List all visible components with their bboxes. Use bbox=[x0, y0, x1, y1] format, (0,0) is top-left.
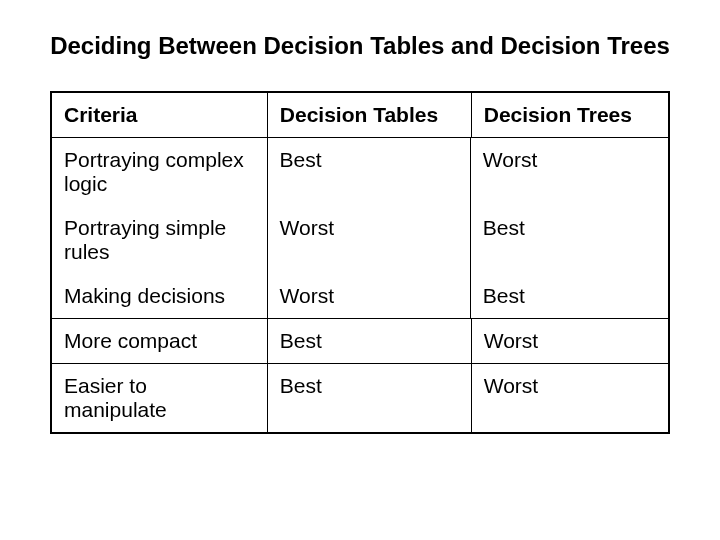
header-criteria: Criteria bbox=[51, 92, 267, 138]
cell-tables: Best bbox=[267, 319, 471, 364]
cell-criteria: Easier to manipulate bbox=[51, 364, 267, 434]
page-title: Deciding Between Decision Tables and Dec… bbox=[50, 30, 670, 61]
cell-criteria: Portraying simple rules bbox=[52, 206, 268, 274]
cell-trees: Worst bbox=[471, 364, 669, 434]
cell-tables: Worst bbox=[268, 206, 471, 274]
table-row: Making decisions Worst Best bbox=[52, 274, 668, 318]
cell-criteria: Portraying complex logic bbox=[52, 138, 268, 206]
header-tables: Decision Tables bbox=[267, 92, 471, 138]
cell-tables: Best bbox=[268, 138, 471, 206]
cell-trees: Worst bbox=[471, 319, 669, 364]
grouped-rows: Portraying complex logic Best Worst Port… bbox=[51, 138, 669, 319]
header-row: Criteria Decision Tables Decision Trees bbox=[51, 92, 669, 138]
cell-trees: Best bbox=[471, 274, 668, 318]
header-trees: Decision Trees bbox=[471, 92, 669, 138]
cell-criteria: Making decisions bbox=[52, 274, 268, 318]
comparison-table: Criteria Decision Tables Decision Trees … bbox=[50, 91, 670, 434]
table-row: Portraying simple rules Worst Best bbox=[52, 206, 668, 274]
cell-trees: Best bbox=[471, 206, 668, 274]
cell-trees: Worst bbox=[471, 138, 668, 206]
table-row: Portraying complex logic Best Worst bbox=[52, 138, 668, 206]
cell-tables: Best bbox=[267, 364, 471, 434]
table-row: Easier to manipulate Best Worst bbox=[51, 364, 669, 434]
table-row: More compact Best Worst bbox=[51, 319, 669, 364]
cell-criteria: More compact bbox=[51, 319, 267, 364]
cell-tables: Worst bbox=[268, 274, 471, 318]
